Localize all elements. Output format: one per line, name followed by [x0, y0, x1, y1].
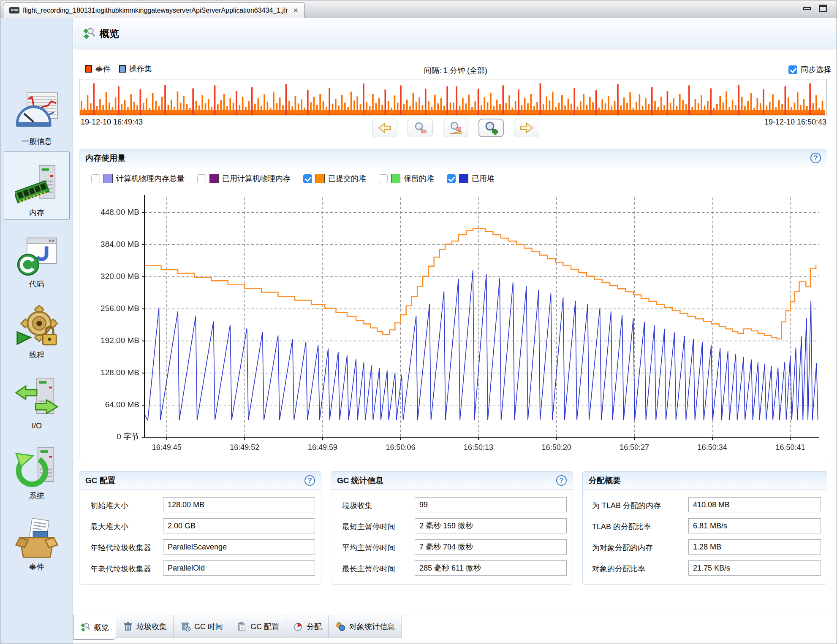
gc-stats-header: GC 统计信息 ?	[331, 472, 573, 490]
total-physical-memory-checkbox[interactable]	[91, 174, 100, 183]
gc-config-tab-icon	[237, 622, 247, 632]
memory-usage-header: 内存使用量 ?	[79, 149, 827, 167]
toggle-committed-heap[interactable]: 已提交的堆	[303, 173, 366, 184]
tab-gc-config[interactable]: GC 配置	[230, 615, 286, 638]
old-collector-field[interactable]: ParallelOld	[163, 560, 315, 576]
memory-usage-section: 内存使用量 ? 计算机物理内存总量 已用计算机物理内存 已提交的堆	[79, 149, 827, 461]
sidebar-item-events[interactable]: 事件	[4, 507, 70, 574]
tab-garbage-collection[interactable]: 垃圾收集	[116, 615, 174, 638]
object-rate-field[interactable]: 21.75 KB/s	[688, 560, 821, 576]
used-physical-memory-swatch	[209, 174, 219, 183]
tab-allocation[interactable]: 分配	[286, 615, 329, 638]
gc-config-panel: GC 配置 ? 初始堆大小128.00 MB 最大堆大小2.00 GB 年轻代垃…	[79, 471, 321, 584]
interval-label: 间隔: 1 分钟 (全部)	[79, 65, 832, 76]
close-tab-icon[interactable]: ✕	[293, 7, 299, 14]
events-icon	[15, 517, 59, 561]
pan-left-button[interactable]	[372, 119, 397, 137]
reserved-heap-checkbox[interactable]	[379, 174, 388, 183]
gc-stats-help-icon[interactable]: ?	[556, 475, 567, 486]
maximize-view-icon[interactable]	[819, 5, 827, 12]
jfr-file-icon	[9, 7, 19, 14]
system-icon	[15, 446, 59, 490]
allocation-header: 分配概要	[583, 472, 827, 490]
bottom-tab-bar: 概览 垃圾收集 GC 时间	[73, 615, 837, 644]
memory-icon	[15, 163, 59, 207]
jmc-window: flight_recording_180131iogithubkimmkingg…	[0, 0, 837, 644]
memory-usage-chart[interactable]	[81, 190, 826, 458]
zoom-out-icon	[413, 121, 427, 135]
io-icon	[15, 377, 59, 421]
arrow-right-icon	[519, 121, 534, 135]
used-physical-memory-checkbox[interactable]	[197, 174, 206, 183]
general-info-icon	[15, 92, 59, 135]
initial-heap-size-field[interactable]: 128.00 MB	[163, 497, 315, 512]
recording-file-title: flight_recording_180131iogithubkimmkingg…	[23, 7, 288, 14]
sidebar-item-io[interactable]: I/O	[4, 365, 70, 432]
tlab-memory-field[interactable]: 410.08 MB	[688, 497, 821, 512]
memory-usage-help-icon[interactable]: ?	[810, 153, 821, 163]
toggle-total-physical-memory[interactable]: 计算机物理内存总量	[91, 173, 185, 184]
tab-overview[interactable]: 概览	[73, 615, 116, 640]
overview-icon	[83, 27, 95, 40]
series-toggle-row: 计算机物理内存总量 已用计算机物理内存 已提交的堆 保留的堆	[91, 172, 501, 185]
gc-stats-panel: GC 统计信息 ? 垃圾收集99 最短主暂停时间2 毫秒 159 微秒 平均主暂…	[331, 471, 573, 584]
editor-tab-bar: flight_recording_180131iogithubkimmkingg…	[0, 0, 837, 18]
overview-page: 概览 事件 操作集 间隔: 1 分钟 (全部) 同步选择 19-12-10 16…	[73, 18, 837, 616]
tab-object-statistics[interactable]: 对象统计信息	[329, 615, 402, 638]
reserved-heap-swatch	[391, 174, 400, 183]
total-physical-memory-swatch	[103, 174, 113, 183]
sidebar-item-threads[interactable]: 线程	[4, 295, 70, 362]
zoom-in-button[interactable]	[478, 119, 504, 137]
page-header: 概览	[73, 18, 837, 49]
allocation-panel: 分配概要 为 TLAB 分配的内存410.08 MB TLAB 的分配比率6.8…	[582, 471, 827, 584]
zoom-in-icon	[484, 121, 498, 135]
allocation-tab-icon	[293, 622, 303, 632]
recording-file-tab[interactable]: flight_recording_180131iogithubkimmkingg…	[3, 2, 305, 18]
zoom-out-selection-icon	[448, 121, 463, 135]
tlab-rate-field[interactable]: 6.81 MB/s	[688, 518, 821, 533]
zoom-out-selection-button[interactable]	[443, 119, 468, 137]
minimize-view-icon[interactable]	[803, 7, 811, 10]
tab-gc-time[interactable]: GC 时间	[174, 615, 230, 638]
code-icon	[15, 234, 59, 278]
used-heap-swatch	[459, 174, 468, 183]
young-collector-field[interactable]: ParallelScavenge	[163, 539, 315, 555]
page-title: 概览	[100, 27, 119, 40]
pan-right-button[interactable]	[514, 119, 539, 137]
toggle-used-physical-memory[interactable]: 已用计算机物理内存	[197, 173, 291, 184]
gc-time-tab-icon	[181, 622, 191, 632]
gc-count-field[interactable]: 99	[415, 497, 567, 512]
sync-selection-checkbox[interactable]	[788, 65, 797, 74]
sync-selection: 同步选择	[788, 65, 831, 75]
timeline-nav-buttons	[73, 119, 837, 137]
memory-usage-title: 内存使用量	[85, 153, 125, 164]
navigator-legend-row: 事件 操作集 间隔: 1 分钟 (全部) 同步选择	[79, 64, 832, 78]
used-heap-checkbox[interactable]	[447, 174, 456, 183]
max-heap-size-field[interactable]: 2.00 GB	[163, 518, 315, 533]
threads-icon	[15, 305, 59, 349]
avg-pause-field[interactable]: 7 毫秒 794 微秒	[415, 539, 567, 555]
sidebar-item-general-info[interactable]: 一般信息	[4, 81, 70, 148]
event-timeline-strip[interactable]	[79, 79, 826, 116]
gc-config-help-icon[interactable]: ?	[304, 475, 315, 486]
arrow-left-icon	[377, 121, 392, 135]
gc-config-header: GC 配置 ?	[79, 472, 321, 490]
toggle-used-heap[interactable]: 已用堆	[447, 173, 495, 184]
sidebar-item-memory[interactable]: 内存	[4, 152, 70, 220]
max-pause-field[interactable]: 285 毫秒 611 微秒	[415, 560, 567, 576]
gc-tab-icon	[123, 622, 133, 632]
object-memory-field[interactable]: 1.28 MB	[688, 539, 821, 555]
committed-heap-checkbox[interactable]	[303, 174, 312, 183]
committed-heap-swatch	[315, 174, 325, 183]
toggle-reserved-heap[interactable]: 保留的堆	[379, 173, 434, 184]
sidebar-item-system[interactable]: 系统	[4, 436, 70, 503]
sidebar-item-code[interactable]: 代码	[4, 224, 70, 291]
min-pause-field[interactable]: 2 毫秒 159 微秒	[415, 518, 567, 533]
sidebar: 一般信息 内存	[0, 18, 73, 644]
zoom-out-button[interactable]	[408, 119, 433, 137]
object-stats-tab-icon	[336, 622, 346, 632]
overview-tab-icon	[80, 622, 90, 633]
